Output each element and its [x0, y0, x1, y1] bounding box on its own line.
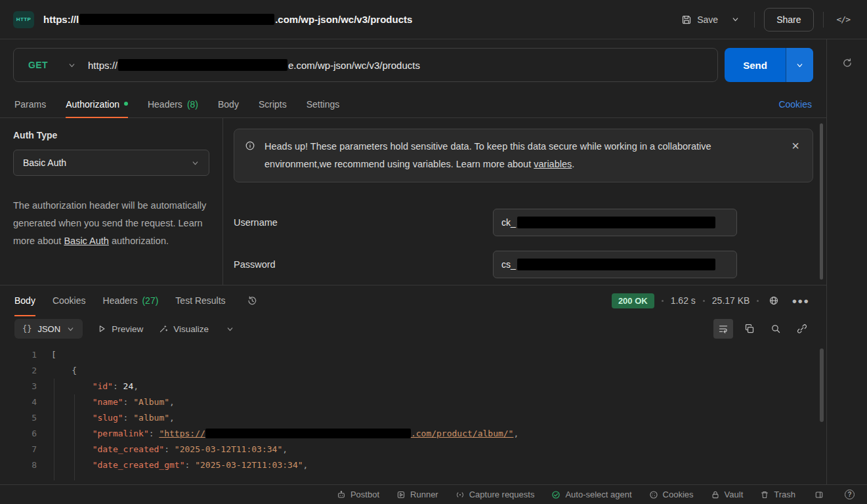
panel-layout-icon[interactable] [813, 488, 826, 501]
format-selector[interactable]: {} JSON [14, 319, 83, 339]
capture-requests-button[interactable]: Capture requests [455, 490, 535, 499]
runner-button[interactable]: Runner [396, 490, 438, 499]
code-segment: "2025-03-12T11:03:34" [175, 444, 282, 454]
tab-params-label: Params [14, 99, 46, 110]
method-selector[interactable]: GET [14, 49, 88, 81]
code-segment: , [513, 429, 518, 438]
tab-params[interactable]: Params [14, 91, 46, 117]
code-segment: "2025-03-12T11:03:34" [195, 460, 303, 470]
code-segment: "Album" [133, 397, 169, 407]
share-button[interactable]: Share [764, 8, 813, 32]
vault-label: Vault [725, 490, 744, 499]
redacted-domain-bar [79, 14, 274, 25]
response-tab-body[interactable]: Body [14, 285, 35, 316]
tab-headers[interactable]: Headers (8) [148, 91, 198, 117]
auth-description: The authorization header will be automat… [13, 197, 209, 249]
sync-icon[interactable] [838, 54, 856, 72]
runner-icon [396, 490, 406, 499]
response-code[interactable]: 1[2 {3 "id": 24,4 "name": "Album",5 "slu… [0, 343, 826, 484]
code-snippet-icon[interactable]: </> [833, 10, 854, 28]
line-number: 6 [0, 426, 51, 442]
line-number: 5 [0, 410, 51, 426]
password-row: Password cs_ [234, 251, 813, 278]
auth-type-select[interactable]: Basic Auth [13, 150, 209, 176]
separator-dot [662, 300, 664, 302]
send-options-button[interactable] [786, 48, 813, 82]
tab-settings[interactable]: Settings [307, 91, 340, 117]
headers-count: (8) [187, 99, 198, 110]
password-label: Password [234, 259, 493, 270]
url-input[interactable]: https:// e.com/wp-json/wc/v3/products [88, 59, 717, 71]
response-tab-headers[interactable]: Headers (27) [103, 285, 159, 316]
code-segment: : [113, 381, 123, 391]
send-button-group: Send [725, 48, 813, 82]
code-segment: , [169, 397, 175, 407]
auth-type-value: Basic Auth [23, 158, 66, 168]
runner-label: Runner [410, 490, 438, 499]
postbot-button[interactable]: Postbot [337, 490, 379, 499]
save-button[interactable]: Save [676, 10, 723, 29]
username-input[interactable]: ck_ [493, 209, 737, 236]
response-toolbar: {} JSON Preview Visualize [0, 316, 826, 343]
scrollbar[interactable] [820, 123, 823, 280]
code-line: 4 "name": "Album", [0, 394, 826, 410]
copy-icon[interactable] [740, 319, 759, 339]
code-segment: "album" [133, 413, 169, 423]
tab-authorization[interactable]: Authorization [66, 91, 128, 117]
code-segment: "date_created_gmt" [93, 460, 185, 470]
close-icon[interactable]: × [789, 138, 802, 154]
code-segment: : [123, 397, 134, 407]
username-label: Username [234, 217, 493, 228]
save-options-button[interactable] [726, 11, 745, 28]
scrollbar[interactable] [820, 348, 824, 422]
more-options-icon[interactable]: ●●● [789, 293, 812, 308]
cookies-button[interactable]: Cookies [649, 490, 694, 499]
line-content: "slug": "album", [51, 410, 175, 426]
url-group: GET https:// e.com/wp-json/wc/v3/product… [13, 48, 718, 82]
line-number: 2 [0, 363, 51, 379]
line-number: 7 [0, 442, 51, 457]
wrap-text-icon[interactable] [713, 319, 733, 339]
response-tab-test-results[interactable]: Test Results [175, 285, 225, 316]
history-icon[interactable] [244, 293, 260, 308]
link-icon[interactable] [792, 319, 812, 339]
response-tab-cookies[interactable]: Cookies [53, 285, 86, 316]
tab-body-label: Body [218, 99, 239, 110]
line-content: "date_created_gmt": "2025-03-12T11:03:34… [51, 457, 308, 473]
chevron-down-icon [795, 61, 804, 70]
trash-button[interactable]: Trash [760, 490, 795, 499]
cookies-link[interactable]: Cookies [778, 99, 812, 110]
search-icon[interactable] [766, 319, 786, 339]
code-segment: : [185, 460, 196, 470]
auth-description-text-2: authorization. [109, 236, 169, 246]
vault-button[interactable]: Vault [711, 490, 744, 499]
tab-scripts[interactable]: Scripts [259, 91, 287, 117]
banner-text-2: . [572, 159, 574, 169]
network-info-icon[interactable] [766, 293, 782, 308]
code-segment: "id" [93, 381, 113, 391]
code-segment: [ [51, 350, 56, 360]
code-segment: "name" [93, 397, 123, 407]
basic-auth-link[interactable]: Basic Auth [64, 236, 109, 246]
help-icon[interactable]: ? [843, 488, 856, 501]
code-segment: 24 [123, 381, 134, 391]
play-icon [97, 324, 106, 333]
preview-button[interactable]: Preview [96, 322, 144, 337]
line-number: 1 [0, 347, 51, 363]
chevron-down-icon[interactable] [223, 322, 237, 336]
visualize-button[interactable]: Visualize [158, 322, 210, 337]
send-button[interactable]: Send [725, 48, 786, 82]
line-content: "date_created": "2025-03-12T11:03:34", [51, 442, 287, 457]
code-line: 6 "permalink": "https:// .com/product/al… [0, 426, 826, 442]
response-tab-body-label: Body [14, 295, 35, 306]
divider [754, 12, 755, 28]
password-input[interactable]: cs_ [493, 251, 737, 278]
auth-type-column: Auth Type Basic Auth The authorization h… [0, 118, 223, 285]
postbot-label: Postbot [350, 490, 379, 499]
username-row: Username ck_ [234, 209, 813, 236]
variables-link[interactable]: variables [534, 159, 572, 169]
auto-select-agent-button[interactable]: Auto-select agent [551, 490, 631, 499]
code-segment [51, 397, 93, 407]
tab-body[interactable]: Body [218, 91, 239, 117]
code-line: 1[ [0, 347, 826, 363]
